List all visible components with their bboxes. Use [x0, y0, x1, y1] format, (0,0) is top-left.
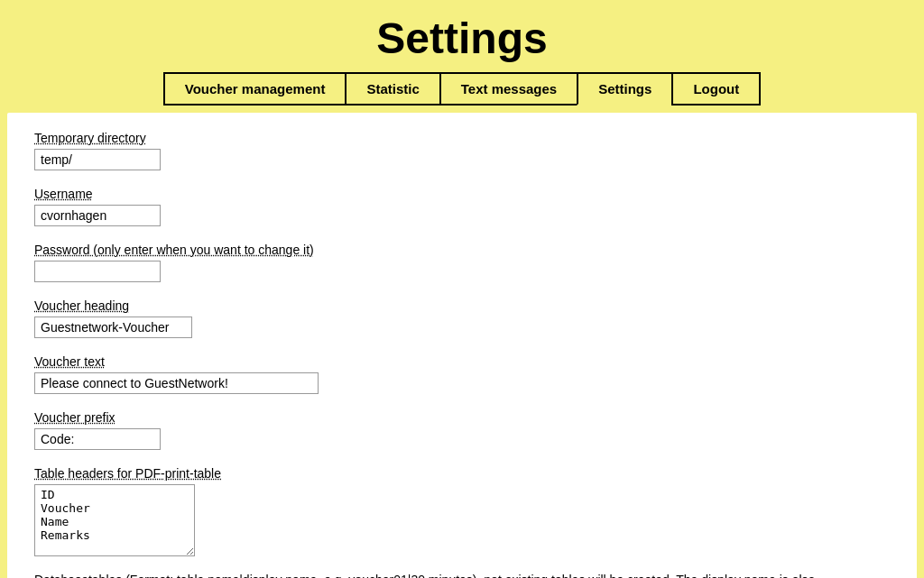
nav-statistic[interactable]: Statistic — [345, 72, 439, 106]
db-tables-description: Databasetables (Format: table name|displ… — [34, 573, 846, 578]
password-label: Password (only enter when you want to ch… — [34, 243, 890, 257]
username-group: Username — [34, 187, 890, 226]
table-headers-textarea[interactable]: ID Voucher Name Remarks — [34, 484, 195, 556]
username-input[interactable] — [34, 205, 161, 226]
table-headers-group: Table headers for PDF-print-table ID Vou… — [34, 466, 890, 556]
voucher-text-input[interactable] — [34, 372, 319, 394]
voucher-prefix-input[interactable] — [34, 428, 161, 450]
navigation: Voucher management Statistic Text messag… — [0, 72, 924, 113]
voucher-prefix-label: Voucher prefix — [34, 410, 890, 425]
temporary-directory-group: Temporary directory — [34, 131, 890, 170]
voucher-heading-group: Voucher heading — [34, 298, 890, 338]
temporary-directory-input[interactable] — [34, 149, 161, 170]
page-header: Settings — [0, 0, 924, 72]
voucher-prefix-group: Voucher prefix — [34, 410, 890, 450]
password-input[interactable] — [34, 261, 161, 282]
nav-settings[interactable]: Settings — [577, 72, 671, 106]
table-headers-label: Table headers for PDF-print-table — [34, 466, 890, 481]
nav-voucher-management[interactable]: Voucher management — [163, 72, 346, 106]
nav-text-messages[interactable]: Text messages — [439, 72, 577, 106]
voucher-text-label: Voucher text — [34, 354, 890, 369]
db-tables-group: Databasetables (Format: table name|displ… — [34, 573, 890, 578]
temporary-directory-label: Temporary directory — [34, 131, 890, 145]
main-content: Temporary directory Username Password (o… — [7, 113, 917, 578]
voucher-text-group: Voucher text — [34, 354, 890, 394]
nav-logout[interactable]: Logout — [671, 72, 761, 106]
page-title: Settings — [0, 14, 924, 63]
password-group: Password (only enter when you want to ch… — [34, 243, 890, 282]
voucher-heading-label: Voucher heading — [34, 298, 890, 313]
voucher-heading-input[interactable] — [34, 317, 192, 338]
username-label: Username — [34, 187, 890, 201]
